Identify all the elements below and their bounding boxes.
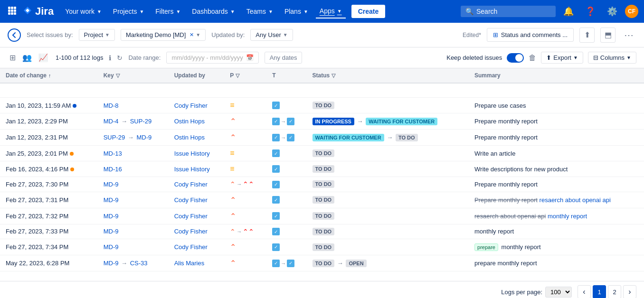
export-button[interactable]: ⬆ Export ▼ (541, 52, 583, 64)
nav-projects[interactable]: Projects▼ (109, 5, 148, 18)
type-cell: ✓ (266, 224, 306, 239)
priority-high-icon: ⌃ (230, 259, 236, 267)
date-cell (0, 83, 98, 98)
page-2-button[interactable]: 2 (608, 285, 621, 298)
key-link[interactable]: MD-9 (104, 196, 119, 204)
nav-filters[interactable]: Filters▼ (152, 5, 184, 18)
grid-view-icon[interactable]: ⊞ (8, 51, 18, 64)
type-cell (266, 83, 306, 98)
trash-icon[interactable]: 🗑 (529, 54, 536, 62)
updated-by-filter[interactable]: Any User ▼ (250, 29, 293, 41)
date-range-input[interactable]: mm/dd/yyyy - mm/dd/yyyy 📅 (166, 52, 258, 64)
help-icon[interactable]: ❓ (581, 4, 599, 19)
svg-point-9 (8, 29, 20, 41)
user-link[interactable]: Issue History (174, 166, 210, 173)
user-link[interactable]: Ostin Hops (174, 134, 205, 141)
status-cell (307, 83, 469, 98)
nav-teams[interactable]: Teams▼ (243, 5, 277, 18)
date-cell: Jan 12, 2023, 2:31 PM (0, 130, 98, 146)
prev-page-button[interactable]: ‹ (578, 285, 591, 298)
avatar[interactable]: CF (625, 5, 638, 18)
filter-key-icon[interactable]: ▽ (116, 73, 120, 79)
key-link[interactable]: MD-13 (104, 150, 122, 157)
updated-by-cell: Ostin Hops (169, 113, 225, 130)
key-link[interactable]: MD-9 (104, 228, 119, 235)
key-link[interactable]: MD-9 (104, 260, 119, 267)
jira-logo[interactable]: Jira (22, 5, 54, 18)
export-icon[interactable]: ⬒ (600, 28, 616, 43)
key-link[interactable]: MD-9 (104, 181, 119, 188)
status-badge: TO DO (313, 165, 335, 173)
notifications-icon[interactable]: 🔔 (559, 4, 578, 19)
priority-cell: ⌃ (224, 239, 266, 255)
create-button[interactable]: Create (351, 5, 386, 18)
key-cell: MD-16 (98, 161, 169, 177)
table-row: Jan 12, 2023, 2:31 PM SUP-29 → MD-9 Osti… (0, 130, 644, 146)
updated-by-cell: Cody Fisher (169, 192, 225, 208)
status-arrow: → (357, 118, 363, 125)
key-link2[interactable]: CS-33 (130, 260, 148, 267)
user-link[interactable]: Cody Fisher (174, 181, 208, 188)
user-link[interactable]: Cody Fisher (174, 102, 208, 109)
user-link[interactable]: Cody Fisher (174, 228, 208, 235)
type-task-icon: ✓ (272, 149, 280, 157)
user-link[interactable]: Cody Fisher (174, 243, 208, 251)
key-link[interactable]: SUP-29 (104, 134, 125, 141)
date-cell: May 22, 2023, 6:28 PM (0, 255, 98, 271)
filter-status-icon[interactable]: ▽ (331, 73, 335, 79)
columns-button[interactable]: ⊟ Columns ▼ (588, 52, 636, 64)
priority-high-icon: ⌃ (230, 133, 236, 141)
date-range-label: Date range: (128, 54, 161, 61)
key-link[interactable]: MD-4 (104, 118, 119, 125)
project-filter[interactable]: Project ▼ (79, 29, 115, 41)
next-page-button[interactable]: › (623, 285, 636, 298)
nav-apps[interactable]: Apps▼ (316, 4, 346, 19)
svg-rect-5 (14, 9, 16, 12)
key-link[interactable]: MD-9 (104, 243, 119, 251)
sort-date-icon[interactable]: ↑ (48, 73, 51, 78)
nav-your-work[interactable]: Your work▼ (61, 5, 105, 18)
info-icon[interactable]: ℹ (109, 54, 111, 62)
refresh-icon[interactable]: ↻ (117, 54, 123, 62)
chart-view-icon[interactable]: 📈 (37, 51, 50, 64)
apps-grid-icon[interactable] (6, 4, 18, 19)
key-cell: SUP-29 → MD-9 (98, 130, 169, 146)
user-link[interactable]: Cody Fisher (174, 196, 208, 204)
select-issues-label: Select issues by: (27, 31, 73, 38)
project-value-filter[interactable]: Marketing Demo [MD] ✕ ▼ (121, 29, 206, 41)
key-link[interactable]: MD-9 (104, 213, 119, 220)
logs-per-page: Logs per page: 100 50 25 (501, 287, 572, 298)
status-badge-to: WAITING FOR CUSTOMER (366, 118, 437, 125)
search-box[interactable]: 🔍 Search (461, 6, 556, 17)
back-icon[interactable] (8, 28, 21, 42)
more-options-icon[interactable]: ⋯ (621, 28, 636, 43)
updated-by-cell: Cody Fisher (169, 208, 225, 224)
logs-per-page-select[interactable]: 100 50 25 (545, 287, 572, 298)
priority-chain: ⌃ → ⌃⌃ (230, 180, 261, 188)
key-link2[interactable]: MD-9 (136, 134, 152, 141)
dot-orange (70, 168, 74, 171)
user-link[interactable]: Alis Maries (174, 260, 205, 267)
filter-priority-icon[interactable]: ▽ (236, 73, 239, 79)
logo-text: Jira (35, 5, 54, 18)
priority-cell: ⌃ (224, 113, 266, 130)
page-1-button[interactable]: 1 (593, 285, 606, 298)
user-link[interactable]: Cody Fisher (174, 213, 208, 220)
keep-deleted-toggle[interactable] (507, 53, 524, 63)
people-view-icon[interactable]: 👥 (20, 51, 34, 64)
priority-high-icon: ⌃ (230, 196, 236, 204)
user-link[interactable]: Issue History (174, 150, 210, 157)
user-link[interactable]: Ostin Hops (174, 118, 205, 125)
date-preset-button[interactable]: Any dates (265, 52, 303, 64)
type-task-icon: ✓ (272, 228, 280, 235)
key-link2[interactable]: SUP-29 (130, 118, 152, 125)
nav-dashboards[interactable]: Dashboards▼ (188, 5, 238, 18)
key-link[interactable]: MD-16 (104, 166, 122, 173)
status-comments-button[interactable]: ⊞ Status and comments ... (487, 28, 574, 42)
nav-plans[interactable]: Plans▼ (281, 5, 312, 18)
status-cell: WAITING FOR CUSTOMER → TO DO (307, 130, 469, 146)
footer: Logs per page: 100 50 25 ‹ 1 2 › (0, 281, 644, 298)
key-link[interactable]: MD-8 (104, 102, 119, 109)
share-icon[interactable]: ⬆ (579, 28, 595, 43)
settings-icon[interactable]: ⚙️ (603, 4, 621, 19)
